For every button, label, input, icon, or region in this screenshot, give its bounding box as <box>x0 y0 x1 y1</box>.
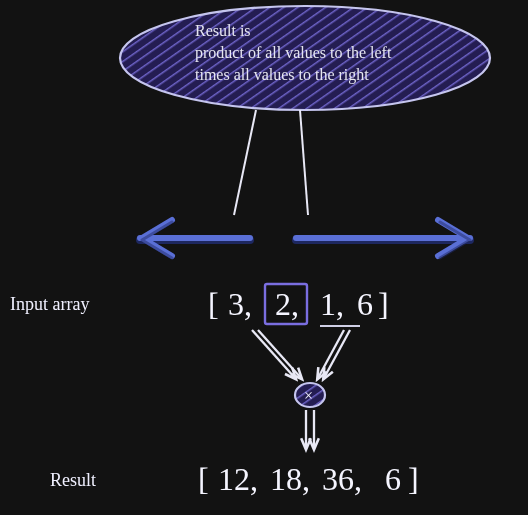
result-array: [ 12, 18, 36, 6 ] <box>198 461 419 497</box>
bubble-line2: product of all values to the left <box>195 44 392 62</box>
svg-line-4 <box>300 110 308 215</box>
result-v2: 36, <box>322 461 362 497</box>
input-v2: 1, <box>320 286 344 322</box>
bracket-open: [ <box>208 286 219 322</box>
input-v1: 2, <box>275 286 299 322</box>
merge-arrows <box>252 330 350 378</box>
bracket-close: ] <box>378 286 389 322</box>
result-v1: 18, <box>270 461 310 497</box>
result-v3: 6 <box>385 461 401 497</box>
result-bracket-open: [ <box>198 461 209 497</box>
explanation-bubble: Result is product of all values to the l… <box>120 6 490 110</box>
result-arrow <box>306 410 314 448</box>
input-v0: 3, <box>228 286 252 322</box>
result-label: Result <box>50 470 96 490</box>
svg-line-3 <box>234 110 256 215</box>
right-arrow-icon <box>296 220 470 258</box>
multiply-icon: × <box>304 387 313 404</box>
left-arrow-icon <box>140 220 250 258</box>
multiply-node: × <box>295 383 325 407</box>
input-array: [ 3, 2, 1, 6 ] <box>208 286 389 322</box>
bubble-connectors <box>234 110 308 215</box>
input-v3: 6 <box>357 286 373 322</box>
input-array-label: Input array <box>10 294 89 314</box>
bubble-line3: times all values to the right <box>195 66 369 84</box>
result-v0: 12, <box>218 461 258 497</box>
bubble-line1: Result is <box>195 22 251 39</box>
result-bracket-close: ] <box>408 461 419 497</box>
